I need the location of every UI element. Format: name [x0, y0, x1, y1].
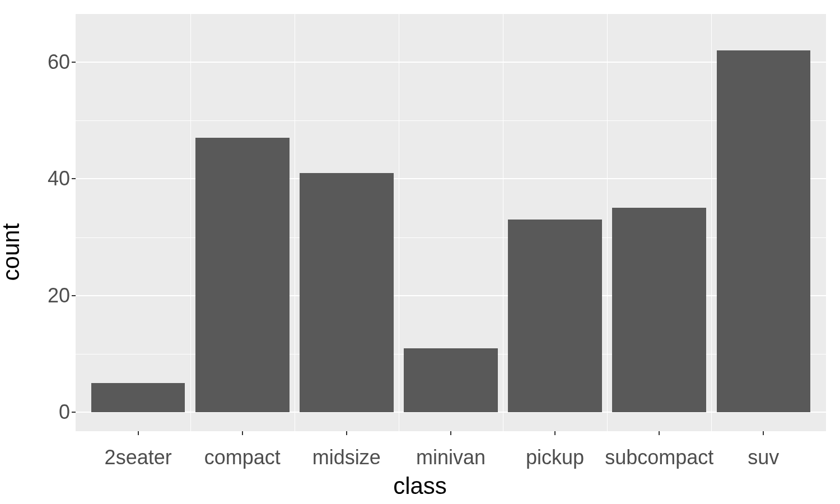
x-tick-mark [346, 431, 347, 435]
x-tick-mark [242, 431, 243, 435]
y-tick-label: 0 [8, 400, 70, 424]
y-axis-title: count [0, 223, 25, 281]
bar [612, 208, 706, 412]
x-tick-label: pickup [526, 446, 584, 469]
plot-panel [76, 14, 826, 431]
bar [508, 220, 602, 412]
gridline-minor [607, 14, 608, 431]
bar [300, 173, 394, 412]
gridline-minor [76, 120, 826, 121]
bar [404, 348, 498, 413]
x-tick-label: minivan [416, 446, 486, 469]
x-tick-label: suv [748, 446, 779, 469]
y-tick-label: 60 [8, 50, 70, 74]
y-tick-mark [72, 295, 76, 296]
gridline-minor [76, 237, 826, 238]
gridline-major [76, 178, 826, 179]
gridline-minor [295, 14, 295, 431]
x-tick-mark [138, 431, 139, 435]
y-tick-label: 40 [8, 167, 70, 190]
bar [195, 138, 290, 412]
x-tick-mark [659, 431, 660, 435]
x-tick-mark [450, 431, 451, 435]
gridline-major [76, 295, 826, 296]
x-tick-mark [554, 431, 556, 435]
bar [91, 383, 185, 412]
y-tick-mark [72, 62, 76, 63]
bar-chart: count class 02040602seatercompactmidsize… [0, 0, 840, 504]
gridline-minor [190, 14, 191, 431]
x-tick-label: 2seater [105, 446, 172, 469]
gridline-minor [711, 14, 712, 431]
x-tick-label: compact [204, 446, 281, 469]
x-tick-label: subcompact [605, 446, 713, 469]
x-axis-title: class [0, 473, 840, 500]
bar [717, 50, 811, 412]
gridline-minor [503, 14, 503, 431]
y-tick-mark [72, 178, 76, 179]
x-tick-label: midsize [312, 446, 381, 469]
y-tick-label: 20 [8, 284, 70, 307]
y-tick-mark [72, 412, 76, 413]
gridline-major [76, 62, 826, 63]
gridline-minor [399, 14, 399, 431]
x-tick-mark [763, 431, 764, 435]
